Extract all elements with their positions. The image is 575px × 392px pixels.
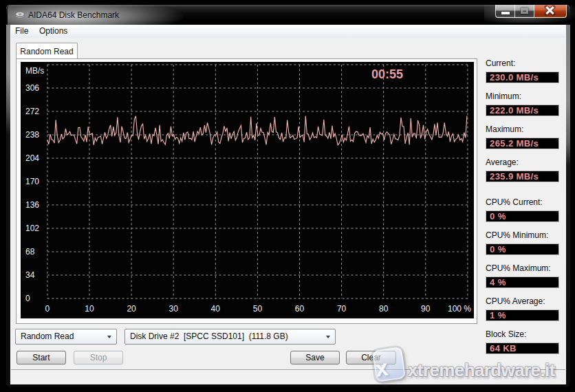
svg-text:30: 30 bbox=[169, 304, 179, 314]
svg-text:238: 238 bbox=[25, 130, 39, 140]
svg-text:10: 10 bbox=[85, 304, 94, 314]
svg-text:70: 70 bbox=[337, 304, 347, 314]
svg-text:100 %: 100 % bbox=[448, 304, 471, 314]
svg-text:102: 102 bbox=[25, 224, 39, 233]
svg-text:170: 170 bbox=[25, 177, 39, 186]
svg-text:204: 204 bbox=[25, 153, 39, 163]
svg-text:20: 20 bbox=[127, 304, 136, 314]
svg-text:50: 50 bbox=[253, 304, 263, 314]
svg-text:0: 0 bbox=[25, 294, 30, 303]
svg-text:40: 40 bbox=[211, 304, 221, 314]
svg-text:MB/s: MB/s bbox=[25, 66, 44, 76]
svg-text:272: 272 bbox=[25, 107, 39, 116]
svg-text:0: 0 bbox=[45, 304, 50, 314]
svg-text:136: 136 bbox=[25, 200, 39, 210]
svg-text:60: 60 bbox=[295, 304, 305, 314]
svg-text:90: 90 bbox=[421, 304, 431, 314]
svg-text:68: 68 bbox=[25, 247, 35, 257]
svg-text:34: 34 bbox=[25, 270, 35, 280]
svg-text:80: 80 bbox=[379, 304, 389, 314]
svg-text:00:55: 00:55 bbox=[371, 67, 403, 81]
svg-text:306: 306 bbox=[25, 83, 39, 93]
